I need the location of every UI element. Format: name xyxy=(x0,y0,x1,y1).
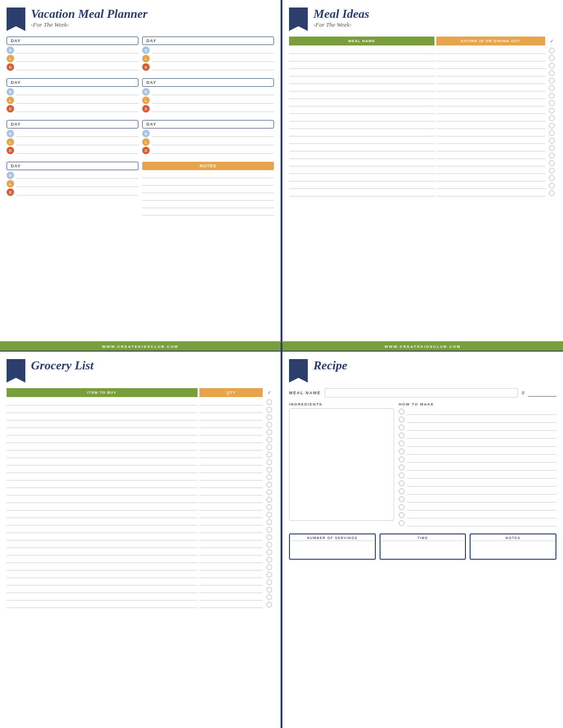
how-line-13 xyxy=(407,512,556,518)
grocery-row-2 xyxy=(7,414,274,420)
meal-ideas-row-15 xyxy=(289,160,556,166)
ideas-name-line-8 xyxy=(289,107,434,114)
day-label-7: DAY xyxy=(7,162,138,170)
grocery-circle-27 xyxy=(266,602,272,608)
grocery-item-line-8 xyxy=(7,459,198,465)
ideas-circle-15 xyxy=(549,160,555,166)
how-line-10 xyxy=(407,488,556,495)
grocery-row-5 xyxy=(7,436,274,443)
meal-line-d3 xyxy=(16,105,138,112)
badge-d7: D xyxy=(7,188,14,196)
grocery-col1: ITEM TO BUY xyxy=(7,388,198,397)
recipe-footer: NUMBER OF SERVINGS TIME NOTES xyxy=(289,533,556,560)
grocery-item-line-10 xyxy=(7,474,198,480)
grocery-row-15 xyxy=(7,511,274,518)
ideas-status-line-5 xyxy=(436,85,545,91)
meal-line-d7 xyxy=(16,189,138,195)
recipe-bookmark xyxy=(289,359,308,383)
meal-ideas-rows xyxy=(289,47,556,196)
meal-line-b4 xyxy=(152,89,274,95)
grocery-qty-line-3 xyxy=(199,421,263,428)
grocery-qty-line-27 xyxy=(199,601,263,608)
how-circle-12 xyxy=(399,504,404,510)
ingredients-box[interactable] xyxy=(289,408,394,521)
badge-b5: B xyxy=(7,130,14,137)
grocery-item-line-18 xyxy=(7,534,198,540)
grocery-item-line-5 xyxy=(7,436,198,443)
grocery-circle-19 xyxy=(266,542,272,548)
bookmark-icon xyxy=(7,8,25,31)
meal-row-l6: L xyxy=(142,138,274,146)
ideas-name-line-2 xyxy=(289,62,434,69)
grocery-circle-14 xyxy=(266,504,272,510)
notes-label: NOTES xyxy=(142,162,274,170)
grocery-item-line-16 xyxy=(7,519,198,525)
grocery-item-line-25 xyxy=(7,586,198,593)
ideas-name-line-16 xyxy=(289,167,434,174)
how-circle-3 xyxy=(399,433,404,438)
meal-row-l2: L xyxy=(142,55,274,62)
how-circle-6 xyxy=(399,457,404,462)
note-line-3 xyxy=(142,187,274,193)
meal-row-d4: D xyxy=(142,105,274,113)
ideas-circle-12 xyxy=(549,138,555,143)
grocery-row-18 xyxy=(7,534,274,540)
meal-name-row: MEAL NAME # xyxy=(289,388,556,398)
ideas-name-line-15 xyxy=(289,160,434,166)
ideas-circle-13 xyxy=(549,145,555,151)
servings-space[interactable] xyxy=(292,543,373,557)
grocery-row-17 xyxy=(7,526,274,533)
planner-subtitle: -For The Week- xyxy=(31,21,274,29)
meal-row-b1: B xyxy=(7,46,138,54)
ideas-name-line-18 xyxy=(289,182,434,189)
meal-row-d1: D xyxy=(7,63,138,71)
grocery-qty-line-22 xyxy=(199,564,263,570)
grocery-circle-3 xyxy=(266,422,272,428)
meal-ideas-row-1 xyxy=(289,55,556,61)
meal-row-l5: L xyxy=(7,138,138,146)
note-line-1 xyxy=(142,172,274,178)
meal-line-l3 xyxy=(16,97,138,104)
grocery-qty-line-7 xyxy=(199,451,263,458)
how-to-rows xyxy=(399,408,556,526)
meal-ideas-row-9 xyxy=(289,115,556,121)
meal-ideas-row-8 xyxy=(289,107,556,114)
ideas-name-line-0 xyxy=(289,47,434,54)
planner-title: Vacation Meal Planner xyxy=(31,8,274,21)
notes-lines xyxy=(142,172,274,216)
ideas-name-line-17 xyxy=(289,175,434,181)
how-circle-10 xyxy=(399,488,404,494)
grocery-circle-2 xyxy=(266,414,272,420)
ideas-circle-17 xyxy=(549,175,555,181)
day-label-4: DAY xyxy=(142,78,274,87)
hash-label: # xyxy=(522,390,525,396)
how-to-row-8 xyxy=(399,472,556,479)
ideas-circle-0 xyxy=(549,48,555,53)
meal-name-input[interactable] xyxy=(325,388,518,398)
grocery-item-line-14 xyxy=(7,504,198,510)
meal-row-d5: D xyxy=(7,147,138,154)
meal-line-b7 xyxy=(16,172,138,179)
grocery-item-line-27 xyxy=(7,601,198,608)
ideas-name-line-13 xyxy=(289,145,434,151)
ideas-circle-11 xyxy=(549,130,555,136)
badge-d2: D xyxy=(142,63,150,71)
ideas-name-line-5 xyxy=(289,85,434,91)
grocery-qty-line-6 xyxy=(199,444,263,450)
badge-l6: L xyxy=(142,138,150,146)
meal-line-l6 xyxy=(152,139,274,145)
how-line-11 xyxy=(407,496,556,503)
badge-b1: B xyxy=(7,46,14,54)
grocery-qty-line-15 xyxy=(199,511,263,518)
how-line-4 xyxy=(407,440,556,447)
grocery-qty-line-14 xyxy=(199,504,263,510)
time-space[interactable] xyxy=(382,543,464,557)
notes-space[interactable] xyxy=(472,543,554,557)
ideas-status-line-3 xyxy=(436,70,545,76)
meal-line-b6 xyxy=(152,130,274,137)
day-label-5: DAY xyxy=(7,120,138,128)
grocery-title-group: Grocery List xyxy=(31,359,274,373)
how-to-row-9 xyxy=(399,480,556,487)
grocery-qty-line-0 xyxy=(199,399,263,405)
how-line-1 xyxy=(407,416,556,423)
